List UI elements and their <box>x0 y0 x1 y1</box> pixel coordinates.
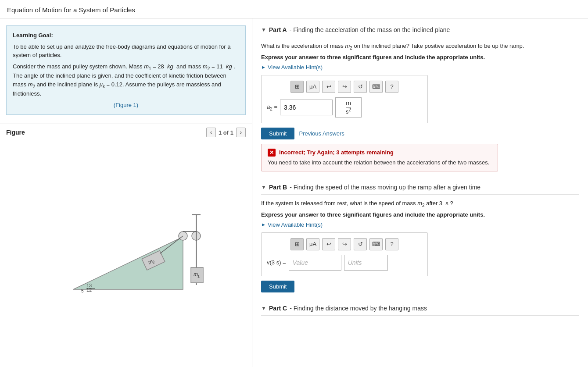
part-b-equation-label: v(3 s) = <box>267 259 286 266</box>
part-a-input-row: a2 = m s2 <box>267 97 422 118</box>
svg-text:1: 1 <box>197 274 200 278</box>
part-b-value-input[interactable] <box>289 255 341 271</box>
learning-goal-para2: Consider the mass and pulley system show… <box>13 62 239 98</box>
svg-text:12: 12 <box>86 287 92 292</box>
figure-header: Figure ‹ 1 of 1 › <box>0 124 252 141</box>
part-b-toolbar: ⊞ μA ↩ ↪ ↺ ⌨ ? <box>267 238 422 250</box>
figure-canvas: 13 12 5 m 2 <box>0 141 252 367</box>
part-a-toolbar: ⊞ μA ↩ ↪ ↺ ⌨ ? <box>267 81 422 93</box>
right-panel: ▼ Part A - Finding the acceleration of t… <box>252 18 588 367</box>
hint-triangle-icon: ► <box>261 64 266 70</box>
part-b-question: If the system is released from rest, wha… <box>261 199 579 209</box>
part-b-input-row: v(3 s) = <box>267 255 422 271</box>
part-b-units-input[interactable] <box>344 255 388 271</box>
part-b-help-button[interactable]: ? <box>385 238 398 250</box>
learning-goal-para1: To be able to set up and analyze the fre… <box>13 43 239 60</box>
part-a-feedback-header: ✕ Incorrect; Try Again; 3 attempts remai… <box>268 149 491 157</box>
part-c-header: ▼ Part C - Finding the distance moved by… <box>261 301 579 316</box>
part-b-hint-link[interactable]: ► View Available Hint(s) <box>261 221 579 228</box>
part-b-actions: Submit <box>261 281 579 292</box>
part-a-equation-label: a2 = <box>267 103 277 111</box>
part-a-label: Part A <box>269 26 287 33</box>
figure-svg: 13 12 5 m 2 <box>47 210 205 298</box>
part-b-hint-triangle-icon: ► <box>261 222 266 227</box>
figure-nav-text: 1 of 1 <box>219 129 233 136</box>
feedback-header-text: Incorrect; Try Again; 3 attempts remaini… <box>279 149 394 156</box>
part-b-undo-button[interactable]: ↩ <box>322 238 335 250</box>
feedback-body-text: You need to take into account the relati… <box>268 158 491 167</box>
part-a-description: - Finding the acceleration of the mass o… <box>290 26 450 33</box>
part-a-question: What is the acceleration of mass m2 on t… <box>261 42 579 51</box>
figure-nav: ‹ 1 of 1 › <box>206 128 246 137</box>
part-c-section: ▼ Part C - Finding the distance moved by… <box>261 301 579 316</box>
part-b-grid-button[interactable]: ⊞ <box>290 238 304 250</box>
part-a-header: ▼ Part A - Finding the acceleration of t… <box>261 23 579 37</box>
part-c-description: - Finding the distance moved by the hang… <box>290 305 427 312</box>
help-button[interactable]: ? <box>385 81 398 93</box>
part-c-collapse-icon[interactable]: ▼ <box>261 305 266 311</box>
part-b-description: - Finding the speed of the mass moving u… <box>290 184 480 191</box>
undo-button[interactable]: ↩ <box>322 81 335 93</box>
part-b-redo-button[interactable]: ↪ <box>338 238 351 250</box>
part-b-hint-label: View Available Hint(s) <box>268 221 323 228</box>
part-b-micro-a-button[interactable]: μA <box>306 238 319 250</box>
part-c-label: Part C <box>269 305 287 312</box>
part-b-answer-box: ⊞ μA ↩ ↪ ↺ ⌨ ? v(3 s) = <box>261 232 428 276</box>
figure-link[interactable]: (Figure 1) <box>13 101 239 110</box>
part-b-refresh-button[interactable]: ↺ <box>354 238 367 250</box>
part-b-emphasis: Express your answer to three significant… <box>261 211 579 218</box>
part-b-header: ▼ Part B - Finding the speed of the mass… <box>261 180 579 195</box>
figure-label: Figure <box>6 129 25 136</box>
part-a-prev-answers-link[interactable]: Previous Answers <box>299 130 344 137</box>
part-b-label: Part B <box>269 184 287 191</box>
part-a-actions: Submit Previous Answers <box>261 128 579 139</box>
svg-text:5: 5 <box>81 289 84 293</box>
refresh-button[interactable]: ↺ <box>354 81 367 93</box>
part-a-value-input[interactable] <box>280 100 333 115</box>
learning-goal-box: Learning Goal: To be able to set up and … <box>6 25 246 115</box>
grid-button[interactable]: ⊞ <box>290 81 304 93</box>
redo-button[interactable]: ↪ <box>338 81 351 93</box>
part-a-feedback-box: ✕ Incorrect; Try Again; 3 attempts remai… <box>261 144 498 172</box>
part-b-keyboard-button[interactable]: ⌨ <box>369 238 383 250</box>
part-a-unit-display: m s2 <box>335 97 362 118</box>
figure-next-button[interactable]: › <box>236 128 246 137</box>
part-a-section: ▼ Part A - Finding the acceleration of t… <box>261 23 579 171</box>
micro-a-button[interactable]: μA <box>306 81 319 93</box>
part-b-section: ▼ Part B - Finding the speed of the mass… <box>261 180 579 292</box>
figure-section: Figure ‹ 1 of 1 › 13 12 5 <box>0 124 252 367</box>
unit-numerator: m <box>346 100 351 108</box>
part-b-collapse-icon[interactable]: ▼ <box>261 184 266 190</box>
part-a-collapse-icon[interactable]: ▼ <box>261 27 266 33</box>
svg-marker-0 <box>73 237 183 289</box>
unit-denominator: s2 <box>346 107 351 115</box>
keyboard-button[interactable]: ⌨ <box>369 81 383 93</box>
part-a-hint-label: View Available Hint(s) <box>268 64 323 71</box>
part-a-hint-link[interactable]: ► View Available Hint(s) <box>261 64 579 71</box>
figure-prev-button[interactable]: ‹ <box>206 128 216 137</box>
left-panel: Learning Goal: To be able to set up and … <box>0 18 252 367</box>
part-a-emphasis: Express your answer to three significant… <box>261 54 579 61</box>
page-title: Equation of Motion for a System of Parti… <box>0 0 588 18</box>
part-a-answer-box: ⊞ μA ↩ ↪ ↺ ⌨ ? a2 = m s2 <box>261 75 428 123</box>
part-a-submit-button[interactable]: Submit <box>261 128 294 139</box>
learning-goal-title: Learning Goal: <box>13 31 239 40</box>
incorrect-icon: ✕ <box>268 149 276 157</box>
part-b-submit-button[interactable]: Submit <box>261 281 294 292</box>
